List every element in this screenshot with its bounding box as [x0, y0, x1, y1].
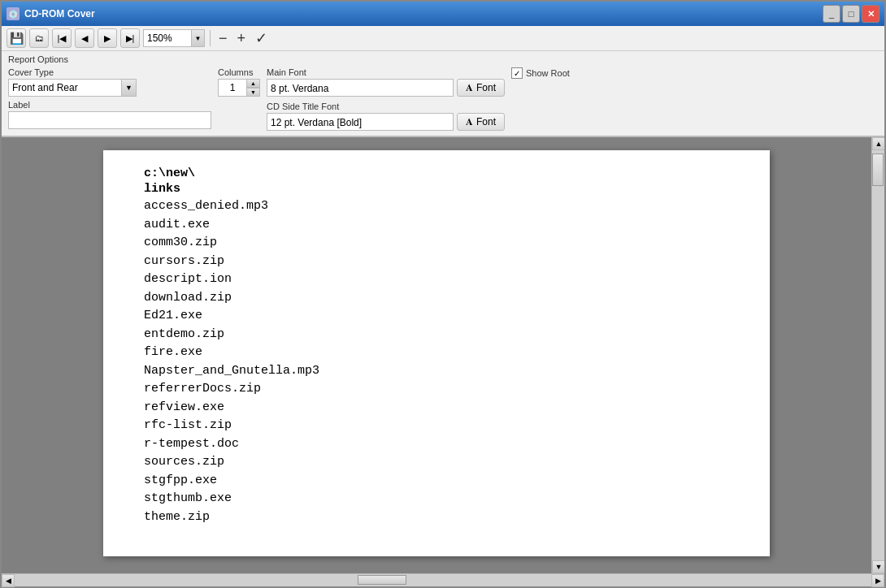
cd-side-font-label: CD Side Title Font — [267, 102, 505, 111]
window-title: CD-ROM Cover — [24, 8, 823, 19]
cd-side-font-button[interactable]: 𝐀 Font — [457, 113, 505, 131]
main-window: 💿 CD-ROM Cover _ □ ✕ 💾 🗂 |◀ ◀ ▶ ▶| 150% … — [0, 0, 886, 588]
list-item: access_denied.mp3 — [144, 197, 745, 216]
list-item: fire.exe — [144, 344, 745, 362]
page-container: c:\new\ links access_denied.mp3audit.exe… — [2, 137, 871, 573]
list-item: theme.zip — [144, 508, 745, 527]
label-input[interactable] — [8, 111, 211, 129]
cover-type-group: Cover Type Front and Rear ▼ Label — [8, 67, 211, 129]
file-list: access_denied.mp3audit.execomm30.zipcurs… — [144, 197, 745, 526]
list-item: Ed21.exe — [144, 307, 745, 326]
bottom-bar: ◀ ▶ — [2, 573, 884, 586]
main-font-button[interactable]: 𝐀 Font — [457, 79, 505, 97]
cover-type-label: Cover Type — [8, 67, 211, 77]
page: c:\new\ links access_denied.mp3audit.exe… — [103, 150, 770, 556]
list-item: rfc-list.zip — [144, 417, 745, 435]
show-root-group: ✓ Show Root — [511, 67, 570, 79]
zoom-dropdown[interactable]: ▼ — [192, 29, 205, 47]
label-row: Label — [8, 100, 211, 110]
list-item: referrerDocs.zip — [144, 380, 745, 399]
maximize-button[interactable]: □ — [842, 5, 860, 23]
right-scrollbar: ▲ ▼ — [871, 137, 884, 573]
columns-up[interactable]: ▲ — [247, 79, 260, 88]
title-bar: 💿 CD-ROM Cover _ □ ✕ — [2, 2, 884, 26]
window-icon: 💿 — [7, 7, 20, 20]
save-alt-button[interactable]: 🗂 — [29, 28, 49, 48]
list-item: entdemo.zip — [144, 326, 745, 344]
window-controls: _ □ ✕ — [823, 5, 879, 23]
scroll-thumb[interactable] — [872, 153, 884, 186]
cd-side-font-row: 12 pt. Verdana [Bold] 𝐀 Font — [267, 113, 505, 131]
options-title: Report Options — [8, 54, 878, 64]
list-item: cursors.zip — [144, 253, 745, 271]
columns-group: Columns 1 ▲ ▼ — [218, 67, 260, 97]
zoom-input[interactable]: 150% — [143, 29, 192, 47]
save-button[interactable]: 💾 — [7, 28, 26, 48]
label-label: Label — [8, 100, 30, 110]
cd-side-font-value: 12 pt. Verdana [Bold] — [267, 113, 454, 131]
plus-button[interactable]: + — [234, 30, 250, 47]
list-item: comm30.zip — [144, 234, 745, 253]
content-scroll[interactable]: c:\new\ links access_denied.mp3audit.exe… — [2, 137, 871, 573]
toolbar-separator — [210, 30, 211, 46]
list-item: descript.ion — [144, 270, 745, 289]
scroll-up-button[interactable]: ▲ — [872, 137, 884, 150]
list-item: r-tempest.doc — [144, 435, 745, 454]
show-root-row: ✓ Show Root — [511, 67, 570, 79]
show-root-checkbox[interactable]: ✓ — [511, 67, 523, 79]
main-font-row: 8 pt. Verdana 𝐀 Font — [267, 79, 505, 97]
scroll-right-button[interactable]: ▶ — [871, 574, 884, 587]
scroll-left-button[interactable]: ◀ — [2, 574, 15, 587]
apply-button[interactable]: ✓ — [252, 29, 271, 47]
minimize-button[interactable]: _ — [823, 5, 840, 23]
list-item: Napster_and_Gnutella.mp3 — [144, 362, 745, 381]
list-item: stgthumb.exe — [144, 490, 745, 508]
cover-type-select: Front and Rear ▼ — [8, 79, 211, 97]
columns-down[interactable]: ▼ — [247, 88, 260, 97]
columns-input-wrap: 1 ▲ ▼ — [218, 79, 260, 97]
content-wrapper: c:\new\ links access_denied.mp3audit.exe… — [2, 137, 884, 573]
columns-spinner: ▲ ▼ — [247, 79, 260, 97]
scroll-down-button[interactable]: ▼ — [872, 560, 884, 573]
list-item: sources.zip — [144, 453, 745, 472]
list-item: download.zip — [144, 289, 745, 308]
scroll-track[interactable] — [872, 150, 884, 560]
next-button[interactable]: ▶ — [98, 28, 117, 48]
h-scroll-track[interactable] — [15, 574, 871, 586]
main-font-value: 8 pt. Verdana — [267, 79, 454, 97]
options-area: Report Options Cover Type Front and Rear… — [2, 51, 884, 137]
list-item: audit.exe — [144, 216, 745, 235]
list-item: stgfpp.exe — [144, 472, 745, 491]
columns-input[interactable]: 1 — [218, 79, 247, 97]
show-root-label: Show Root — [526, 68, 570, 78]
file-path: c:\new\ — [144, 166, 745, 180]
options-container: Report Options Cover Type Front and Rear… — [2, 51, 884, 137]
font-icon-2: 𝐀 — [466, 116, 473, 128]
prev-button[interactable]: ◀ — [75, 28, 94, 48]
toolbar: 💾 🗂 |◀ ◀ ▶ ▶| 150% ▼ − + ✓ — [2, 26, 884, 51]
font-icon: 𝐀 — [466, 82, 473, 93]
last-button[interactable]: ▶| — [120, 28, 140, 48]
cover-type-dropdown[interactable]: ▼ — [122, 79, 137, 97]
zoom-control: 150% ▼ — [143, 29, 205, 47]
options-main-row: Cover Type Front and Rear ▼ Label Column… — [8, 67, 878, 131]
font-group: Main Font 8 pt. Verdana 𝐀 Font CD Side T… — [267, 67, 505, 131]
close-button[interactable]: ✕ — [862, 5, 879, 23]
list-item: refview.exe — [144, 399, 745, 417]
h-scroll-thumb[interactable] — [358, 575, 406, 585]
first-button[interactable]: |◀ — [52, 28, 72, 48]
folder-name: links — [144, 182, 745, 196]
minus-button[interactable]: − — [215, 30, 231, 47]
columns-label: Columns — [218, 67, 260, 77]
cover-type-input[interactable]: Front and Rear — [8, 79, 122, 97]
main-font-label: Main Font — [267, 67, 505, 77]
